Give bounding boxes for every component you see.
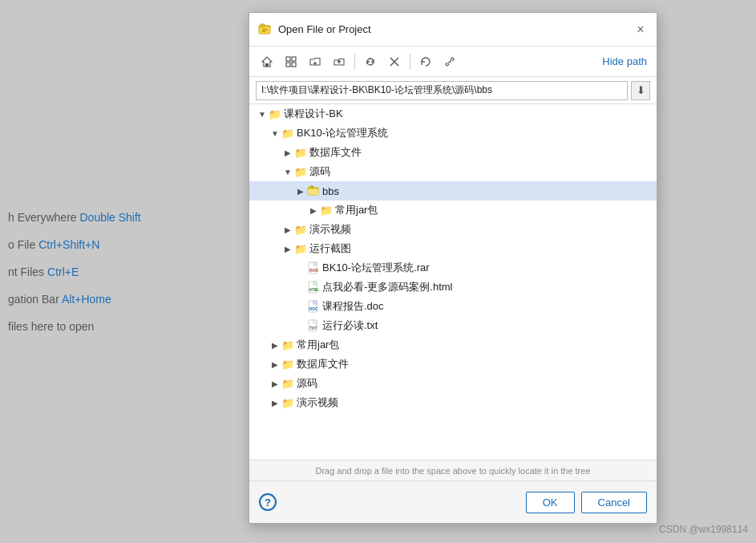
watermark: CSDN @wx1998114 (659, 524, 748, 535)
tree-arrow-8[interactable] (281, 242, 294, 255)
tree-item-9[interactable]: RAR BK10-论坛管理系统.rar (249, 258, 657, 278)
folder-icon-2: 📁 (281, 127, 294, 140)
hint-1: h Everywhere Double Shift (8, 211, 249, 224)
tree-label-5: bbs (322, 185, 339, 197)
tree-arrow-13[interactable] (269, 338, 281, 351)
svg-rect-21 (313, 262, 317, 265)
status-text: Drag and drop a file into the space abov… (315, 466, 590, 476)
tree-item-6[interactable]: 📁 常用jar包 (249, 201, 657, 220)
tree-item-14[interactable]: 📁 数据库文件 (249, 355, 657, 374)
hint-4: gation Bar Alt+Home (8, 293, 249, 306)
folder-icon-4: 📁 (294, 165, 307, 178)
toolbar-home-button[interactable] (256, 51, 278, 73)
tree-arrow-5[interactable] (294, 184, 307, 197)
tree-item-16[interactable]: 📁 演示视频 (249, 393, 657, 412)
tree-label-3: 数据库文件 (309, 145, 362, 160)
svg-rect-9 (286, 63, 290, 67)
file-tree[interactable]: 📁 课程设计-BK 📁 BK10-论坛管理系统 📁 数据库文件 📁 源码 (249, 104, 657, 460)
tree-arrow-1[interactable] (256, 107, 269, 120)
tree-item-4[interactable]: 📁 源码 (249, 162, 657, 181)
tree-label-14: 数据库文件 (297, 357, 349, 371)
svg-rect-8 (292, 57, 296, 61)
tree-item-11[interactable]: DOC 课程报告.doc (249, 297, 657, 316)
file-icon-10: HTML (307, 281, 320, 294)
svg-text:TXT: TXT (309, 326, 317, 330)
tree-label-9: BK10-论坛管理系统.rar (322, 261, 430, 275)
svg-rect-7 (286, 57, 290, 61)
tree-label-13: 常用jar包 (297, 338, 339, 352)
tree-label-7: 演示视频 (309, 222, 351, 237)
svg-rect-17 (308, 189, 318, 195)
close-button[interactable]: × (633, 22, 649, 38)
toolbar-layout-button[interactable] (280, 51, 302, 73)
title-bar-left: Open File or Project (257, 22, 371, 37)
open-file-dialog: Open File or Project × (249, 12, 657, 524)
toolbar-new-folder-button[interactable] (304, 51, 326, 73)
svg-rect-1 (259, 27, 270, 34)
tree-label-6: 常用jar包 (335, 203, 378, 217)
file-icon-11: DOC (307, 300, 320, 313)
toolbar-sep-1 (354, 54, 355, 70)
tree-arrow-7[interactable] (281, 223, 294, 236)
svg-rect-10 (292, 63, 296, 67)
tree-arrow-4[interactable] (281, 165, 294, 178)
toolbar-folder-up-button[interactable] (328, 51, 350, 73)
toolbar-sep-2 (410, 54, 410, 70)
file-icon-9: RAR (307, 261, 320, 274)
tree-item-8[interactable]: 📁 运行截图 (249, 239, 657, 258)
toolbar-sync-button[interactable] (359, 51, 382, 73)
path-bar: ⬇ (249, 77, 657, 104)
tree-label-11: 课程报告.doc (322, 299, 384, 314)
tree-label-16: 演示视频 (297, 395, 338, 410)
tree-label-12: 运行必读.txt (322, 318, 378, 333)
svg-rect-4 (262, 30, 265, 32)
svg-text:DOC: DOC (309, 306, 319, 311)
help-button[interactable]: ? (259, 493, 277, 511)
tree-arrow-3[interactable] (281, 146, 294, 159)
path-input[interactable] (256, 81, 628, 100)
tree-arrow-15[interactable] (269, 377, 281, 390)
tree-label-10: 点我必看-更多源码案例.html (322, 280, 453, 294)
tree-item-12[interactable]: TXT 运行必读.txt (249, 316, 657, 335)
ok-button[interactable]: OK (526, 492, 575, 513)
tree-item-2[interactable]: 📁 BK10-论坛管理系统 (249, 124, 657, 143)
dialog-icon (257, 22, 272, 37)
folder-icon-13: 📁 (281, 338, 294, 351)
tree-arrow-6[interactable] (307, 204, 320, 217)
hint-5: files here to open (8, 320, 249, 333)
tree-item-5[interactable]: bbs (249, 181, 657, 201)
tree-label-8: 运行截图 (309, 241, 351, 256)
tree-label-15: 源码 (297, 376, 317, 391)
background-hints: h Everywhere Double Shift o File Ctrl+Sh… (0, 0, 249, 543)
tree-item-3[interactable]: 📁 数据库文件 (249, 143, 657, 162)
tree-item-1[interactable]: 📁 课程设计-BK (249, 104, 657, 124)
svg-rect-2 (261, 24, 265, 26)
tree-arrow-16[interactable] (269, 396, 281, 409)
tree-item-7[interactable]: 📁 演示视频 (249, 220, 657, 239)
hide-path-button[interactable]: Hide path (599, 54, 650, 69)
hint-1-shortcut: Double Shift (79, 211, 140, 224)
tree-item-10[interactable]: HTML 点我必看-更多源码案例.html (249, 278, 657, 297)
folder-icon-5 (307, 184, 320, 197)
tree-arrow-2[interactable] (269, 127, 281, 140)
svg-rect-30 (313, 320, 317, 323)
svg-text:HTML: HTML (309, 288, 320, 292)
hint-2: o File Ctrl+Shift+N (8, 238, 249, 251)
path-download-button[interactable]: ⬇ (631, 81, 650, 100)
dialog-action-buttons: OK Cancel (526, 492, 647, 513)
folder-icon-14: 📁 (281, 358, 294, 371)
cancel-button[interactable]: Cancel (581, 492, 647, 513)
folder-icon-3: 📁 (294, 146, 307, 159)
dialog-title: Open File or Project (278, 23, 371, 35)
toolbar-cancel-button[interactable] (383, 51, 406, 73)
tree-item-13[interactable]: 📁 常用jar包 (249, 335, 657, 355)
toolbar-link-button[interactable] (439, 51, 461, 73)
hint-3: nt Files Ctrl+E (8, 265, 249, 278)
folder-icon-8: 📁 (294, 242, 307, 255)
folder-icon-16: 📁 (281, 396, 294, 409)
tree-item-15[interactable]: 📁 源码 (249, 374, 657, 393)
tree-arrow-14[interactable] (269, 358, 281, 371)
toolbar-refresh-button[interactable] (414, 51, 437, 73)
folder-icon-1: 📁 (269, 107, 281, 120)
hint-2-shortcut: Ctrl+Shift+N (38, 238, 99, 251)
